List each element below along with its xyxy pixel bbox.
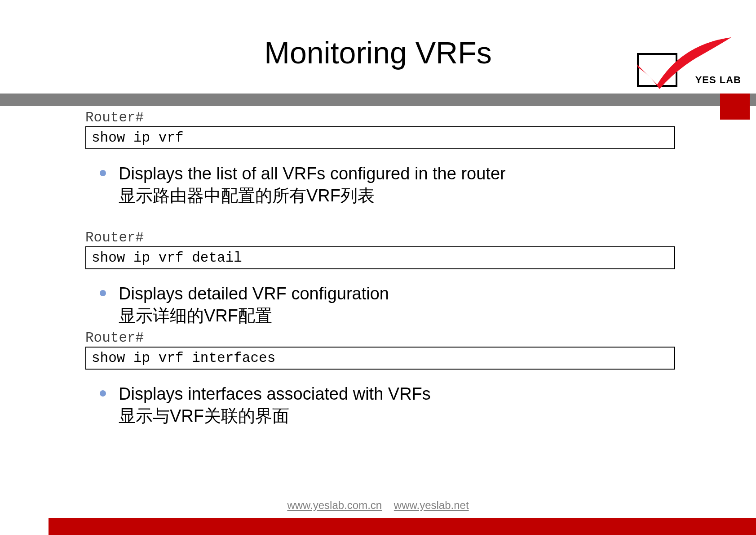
divider-bar bbox=[0, 94, 756, 106]
logo: YES LAB bbox=[619, 35, 740, 96]
description-en: Displays the list of all VRFs configured… bbox=[119, 163, 506, 185]
content-area: Router# show ip vrf Displays the list of… bbox=[0, 110, 756, 427]
footer-links: www.yeslab.com.cn www.yeslab.net bbox=[0, 499, 756, 512]
description-cn: 显示详细的VRF配置 bbox=[119, 305, 389, 327]
description-en: Displays interfaces associated with VRFs bbox=[119, 383, 431, 405]
description-cn: 显示路由器中配置的所有VRF列表 bbox=[119, 185, 506, 207]
bullet-text-wrapper: Displays detailed VRF configuration 显示详细… bbox=[119, 283, 389, 327]
bullet-item: Displays interfaces associated with VRFs… bbox=[100, 383, 675, 428]
accent-block bbox=[720, 94, 750, 120]
command-box: show ip vrf detail bbox=[85, 246, 675, 269]
bullet-item: Displays the list of all VRFs configured… bbox=[100, 163, 675, 207]
command-box: show ip vrf bbox=[85, 126, 675, 149]
footer-link-2[interactable]: www.yeslab.net bbox=[394, 499, 469, 511]
command-box: show ip vrf interfaces bbox=[85, 347, 675, 370]
prompt-label: Router# bbox=[85, 230, 675, 245]
description-cn: 显示与VRF关联的界面 bbox=[119, 405, 431, 427]
bullet-icon bbox=[100, 170, 106, 176]
bullet-icon bbox=[100, 290, 106, 296]
logo-text: YES LAB bbox=[695, 74, 741, 86]
description-en: Displays detailed VRF configuration bbox=[119, 283, 389, 305]
bullet-item: Displays detailed VRF configuration 显示详细… bbox=[100, 283, 675, 327]
bullet-text-wrapper: Displays the list of all VRFs configured… bbox=[119, 163, 506, 207]
footer-bar bbox=[49, 518, 756, 535]
footer-link-1[interactable]: www.yeslab.com.cn bbox=[287, 499, 382, 511]
bullet-text-wrapper: Displays interfaces associated with VRFs… bbox=[119, 383, 431, 428]
prompt-label: Router# bbox=[85, 330, 675, 346]
prompt-label: Router# bbox=[85, 110, 675, 125]
bullet-icon bbox=[100, 390, 106, 397]
